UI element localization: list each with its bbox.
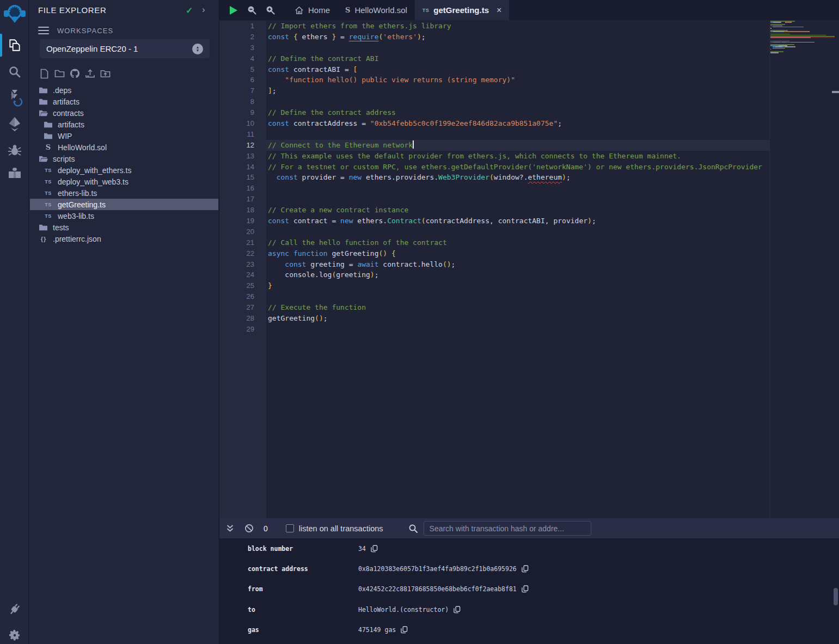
terminal-search-icon	[408, 524, 418, 533]
minimap[interactable]	[770, 21, 835, 518]
remix-logo-icon	[3, 3, 27, 25]
tree-item-deploy-with-web3-ts[interactable]: TSdeploy_with_web3.ts	[30, 176, 218, 187]
new-file-icon[interactable]	[39, 68, 50, 79]
new-folder-icon[interactable]	[54, 68, 65, 79]
terminal-search-input[interactable]	[424, 521, 591, 536]
zoom-in-button[interactable]	[261, 0, 279, 20]
tree-item-wip[interactable]: WIP	[30, 130, 218, 142]
workspaces-menu-icon[interactable]	[38, 24, 49, 36]
code-line: const contractAddress = "0xb54febb5c0c0f…	[266, 118, 769, 129]
upload-file-icon[interactable]	[85, 68, 95, 79]
file-explorer-toolbar	[39, 68, 111, 79]
folder-closed-icon	[39, 87, 48, 94]
sidebar-item-solidity-compiler[interactable]	[0, 86, 29, 110]
json-icon: { }	[39, 236, 48, 242]
copy-icon[interactable]	[401, 626, 408, 634]
tree-item--deps[interactable]: .deps	[30, 84, 218, 96]
code-line: // This example uses the default provide…	[266, 151, 769, 162]
workspaces-label: WORKSPACES	[57, 27, 113, 35]
tx-detail-row: from0x42452c22c88178685850e68beb6cf0f2ae…	[219, 579, 839, 599]
tab-label: Home	[308, 5, 330, 15]
tx-detail-value: 475149 gas	[358, 626, 396, 634]
close-icon[interactable]: ×	[497, 5, 501, 15]
sidebar-item-file-explorer[interactable]	[0, 34, 29, 57]
sidebar-item-plugin-manager[interactable]	[0, 599, 29, 620]
copy-icon[interactable]	[522, 565, 529, 573]
terminal-scrollbar[interactable]	[834, 588, 838, 605]
tx-detail-value: 0x8a120383e6057b1f3aef4fa9b89c2f1b0a6959…	[358, 565, 517, 573]
sidebar-item-settings[interactable]	[0, 625, 29, 644]
tree-item-helloworld-sol[interactable]: SHelloWorld.sol	[30, 142, 218, 153]
copy-icon[interactable]	[454, 606, 461, 614]
code-line: const { ethers } = require('ethers');	[266, 32, 769, 42]
tree-item-tests[interactable]: tests	[30, 222, 218, 233]
workspace-selected-name: OpenZeppelin ERC20 - 1	[46, 44, 192, 53]
tree-item-label: deploy_with_web3.ts	[58, 177, 128, 186]
upload-folder-icon[interactable]	[100, 68, 111, 79]
code-line: ];	[266, 85, 769, 96]
tree-item--prettierrc-json[interactable]: { }.prettierrc.json	[30, 233, 218, 244]
workspace-selector[interactable]: OpenZeppelin ERC20 - 1 ▲▼	[40, 39, 210, 58]
copy-icon[interactable]	[522, 585, 529, 593]
terminal-clear-icon[interactable]	[244, 524, 254, 533]
sidebar-item-learneth[interactable]	[0, 163, 29, 184]
code-editor[interactable]: 1234567891011121314151617181920212223242…	[219, 20, 839, 518]
tab-helloworld-sol[interactable]: SHelloWorld.sol	[338, 0, 415, 20]
ts-icon: TS	[44, 179, 53, 185]
tree-item-scripts[interactable]: scripts	[30, 153, 218, 164]
solidity-icon: S	[44, 143, 53, 151]
tree-item-deploy-with-ethers-ts[interactable]: TSdeploy_with_ethers.ts	[30, 164, 218, 176]
tree-item-artifacts[interactable]: artifacts	[30, 119, 218, 130]
remix-logo[interactable]	[0, 2, 29, 26]
tree-item-ethers-lib-ts[interactable]: TSethers-lib.ts	[30, 187, 218, 199]
workspace-sort-icon[interactable]: ▲▼	[192, 44, 203, 54]
sidebar-item-debugger[interactable]	[0, 140, 29, 160]
copy-icon[interactable]	[371, 545, 378, 553]
code-line: getGreeting();	[266, 313, 769, 324]
code-line	[266, 96, 769, 107]
listen-label: listen on all transactions	[299, 524, 383, 533]
folder-open-icon	[39, 155, 48, 162]
code-area[interactable]: // Import ethers from the ethers.js libr…	[266, 21, 769, 518]
line-number: 18	[219, 205, 266, 216]
code-line	[266, 226, 769, 237]
sidebar-item-search[interactable]	[0, 62, 29, 82]
tx-detail-label: to	[248, 606, 358, 614]
sidebar-item-deploy-run[interactable]	[0, 113, 29, 135]
listen-checkbox[interactable]	[286, 524, 294, 532]
tree-item-web3-lib-ts[interactable]: TSweb3-lib.ts	[30, 210, 218, 222]
code-line: // Execute the function	[266, 302, 769, 313]
tree-item-label: artifacts	[58, 120, 84, 129]
tab-bar: HomeSHelloWorld.solTSgetGreeting.ts×	[219, 0, 839, 20]
terminal-collapse-icon[interactable]	[226, 524, 234, 533]
code-line	[266, 291, 769, 302]
tx-detail-value: HelloWorld.(constructor)	[358, 606, 449, 614]
line-number: 20	[219, 226, 266, 237]
code-line: const contractABI = [	[266, 64, 769, 75]
ts-icon: TS	[422, 8, 430, 13]
code-line: console.log(greeting);	[266, 269, 769, 280]
tree-item-label: HelloWorld.sol	[58, 143, 107, 152]
panel-expand-chevron-icon[interactable]: ›	[202, 4, 205, 15]
tree-item-contracts[interactable]: contracts	[30, 107, 218, 119]
line-number: 1	[219, 21, 266, 32]
line-number: 12	[219, 140, 266, 151]
file-explorer-panel: FILE EXPLORER ✓ › WORKSPACES OpenZeppeli…	[29, 0, 219, 644]
code-line: // Define the contract address	[266, 107, 769, 118]
line-number: 26	[219, 291, 266, 302]
tree-item-label: .deps	[53, 86, 71, 95]
tree-item-artifacts[interactable]: artifacts	[30, 96, 218, 107]
tree-item-label: scripts	[53, 155, 75, 163]
zoom-out-button[interactable]	[242, 0, 261, 20]
code-line: // Define the contract ABI	[266, 53, 769, 64]
tab-getgreeting-ts[interactable]: TSgetGreeting.ts×	[415, 0, 510, 20]
editor-scrollbar[interactable]	[832, 91, 839, 93]
run-script-button[interactable]	[224, 0, 242, 20]
code-line: // Call the hello function of the contra…	[266, 237, 769, 248]
tab-home[interactable]: Home	[287, 0, 338, 20]
text-cursor	[413, 140, 414, 149]
activity-bar	[0, 0, 29, 644]
solidity-compiler-icon	[7, 89, 23, 107]
tree-item-getgreeting-ts[interactable]: TSgetGreeting.ts	[30, 199, 218, 210]
github-clone-icon[interactable]	[70, 68, 80, 79]
